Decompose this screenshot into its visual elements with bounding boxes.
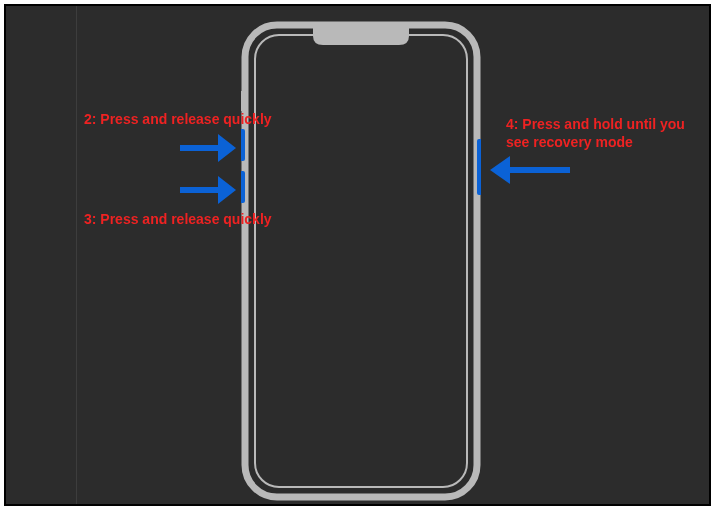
svg-rect-4: [241, 171, 245, 203]
arrow-step4: [486, 152, 572, 188]
svg-rect-2: [241, 91, 244, 111]
phone-outline: [241, 21, 481, 501]
label-step2: 2: Press and release quickly: [84, 111, 272, 129]
arrow-step3: [178, 172, 238, 208]
svg-rect-3: [241, 129, 245, 161]
svg-rect-1: [255, 35, 467, 487]
label-step3: 3: Press and release quickly: [84, 211, 272, 229]
label-step4: 4: Press and hold until you see recovery…: [506, 116, 685, 151]
svg-marker-9: [218, 176, 236, 204]
svg-rect-5: [477, 139, 481, 195]
svg-marker-11: [490, 156, 510, 184]
diagram-frame: 2: Press and release quickly 3: Press an…: [4, 4, 711, 506]
arrow-step2: [178, 130, 238, 166]
svg-marker-7: [218, 134, 236, 162]
svg-rect-0: [245, 25, 477, 497]
guide-line: [76, 6, 77, 504]
